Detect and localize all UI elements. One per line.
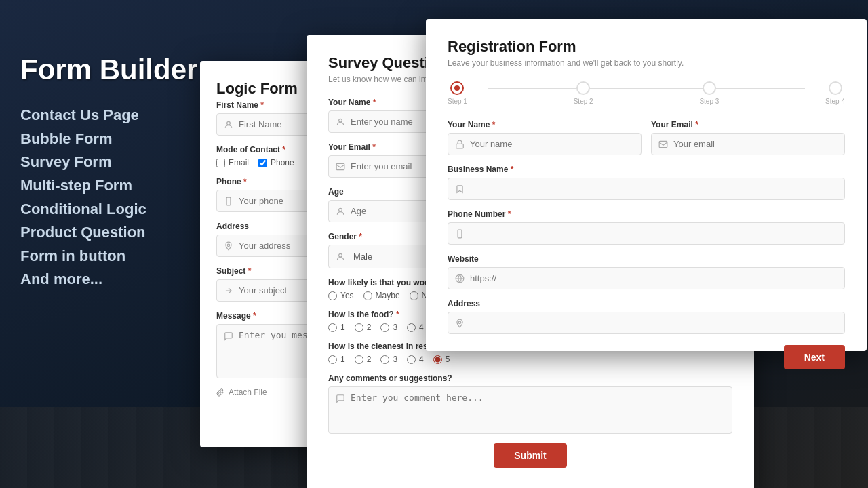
arrow-right-icon [224, 286, 233, 296]
food-1[interactable]: 1 [328, 323, 345, 332]
main-title: Form Builder [20, 54, 197, 85]
reg-name-label: Your Name * [448, 120, 642, 129]
lock-icon-name [455, 140, 465, 149]
email-icon-survey [336, 162, 345, 171]
menu-item-bubble: Bubble Form [20, 129, 197, 149]
phone-number-field: Phone Number * [448, 209, 845, 245]
reg-name-input[interactable] [470, 139, 634, 149]
comments-field: Any comments or suggestions? [328, 373, 732, 434]
menu-item-multistep: Multi-step Form [20, 176, 197, 196]
svg-rect-9 [458, 230, 462, 238]
survey-submit-row: Submit [328, 443, 732, 468]
svg-point-5 [339, 208, 342, 211]
reg-email-field: Your Email * [651, 120, 845, 155]
reg-address-input[interactable] [470, 318, 837, 328]
business-name-field: Business Name * [448, 165, 845, 200]
website-label: Website [448, 254, 845, 264]
phone-number-label: Phone Number * [448, 209, 845, 219]
email-icon-reg [658, 140, 668, 149]
user-age-icon [336, 207, 345, 216]
globe-icon [455, 274, 465, 283]
step-2: Step 2 [574, 81, 593, 105]
email-checkbox[interactable]: Email [216, 158, 249, 167]
address-icon [224, 241, 233, 251]
phone-number-input-wrap[interactable] [448, 222, 845, 245]
menu-item-contact: Contact Us Page [20, 106, 197, 125]
cleanest-4[interactable]: 4 [407, 354, 424, 364]
reg-name-email-row: Your Name * Your Email * [448, 120, 845, 165]
menu-item-more: And more... [20, 270, 197, 289]
reg-next-row: Next [448, 345, 845, 369]
step-2-label: Step 2 [574, 98, 593, 105]
phone-number-input[interactable] [470, 228, 837, 239]
comments-input-wrap[interactable] [328, 386, 732, 434]
menu-item-survey: Survey Form [20, 152, 197, 172]
step-1: Step 1 [448, 81, 467, 105]
svg-rect-7 [456, 144, 464, 148]
comment-icon [336, 394, 345, 403]
cleanest-3[interactable]: 3 [380, 354, 397, 364]
step-4: Step 4 [825, 81, 845, 105]
website-field: Website [448, 254, 845, 289]
menu-item-conditional: Conditional Logic [20, 200, 197, 220]
svg-rect-4 [336, 163, 344, 169]
website-input[interactable] [470, 273, 837, 283]
svg-point-2 [227, 244, 230, 247]
step-4-circle [829, 81, 842, 95]
reg-address-label: Address [448, 299, 845, 308]
phone-checkbox[interactable]: Phone [258, 158, 294, 167]
svg-point-11 [458, 321, 461, 324]
left-panel: Form Builder Contact Us Page Bubble Form… [20, 54, 197, 293]
recommend-yes[interactable]: Yes [328, 291, 354, 300]
food-2[interactable]: 2 [355, 323, 372, 332]
reg-address-field: Address [448, 299, 845, 334]
step-3-circle [703, 81, 716, 95]
step-2-circle [576, 81, 590, 95]
svg-rect-1 [226, 197, 231, 205]
reg-form-subtitle: Leave your business information and we'l… [448, 58, 845, 68]
reg-email-input[interactable] [673, 139, 837, 149]
reg-email-input-wrap[interactable] [651, 133, 845, 155]
phone-reg-icon [455, 229, 465, 239]
svg-point-6 [339, 253, 342, 257]
business-name-input[interactable] [470, 184, 837, 194]
phone-icon [224, 197, 233, 206]
business-name-input-wrap[interactable] [448, 178, 845, 200]
paperclip-icon [216, 388, 224, 396]
survey-submit-button[interactable]: Submit [494, 443, 566, 468]
step-4-label: Step 4 [825, 98, 845, 105]
next-button[interactable]: Next [784, 345, 845, 369]
step-1-circle [450, 81, 464, 95]
svg-rect-8 [659, 141, 667, 147]
gender-icon [336, 252, 345, 262]
menu-item-product: Product Question [20, 223, 197, 243]
bookmark-icon [455, 184, 465, 194]
food-4[interactable]: 4 [407, 323, 424, 332]
message-icon [224, 331, 233, 341]
website-input-wrap[interactable] [448, 267, 845, 289]
menu-list: Contact Us Page Bubble Form Survey Form … [20, 106, 197, 289]
step-3-label: Step 3 [699, 98, 719, 105]
reg-address-input-wrap[interactable] [448, 312, 845, 334]
reg-email-label: Your Email * [651, 120, 845, 129]
reg-form-title: Registration Form [448, 38, 845, 56]
reg-form-card: Registration Form Leave your business in… [426, 19, 867, 351]
recommend-maybe[interactable]: Maybe [363, 291, 400, 300]
cleanest-2[interactable]: 2 [355, 354, 372, 364]
comments-label: Any comments or suggestions? [328, 373, 732, 383]
reg-name-field: Your Name * [448, 120, 642, 155]
attach-file-label: Attach File [229, 388, 267, 397]
cleanest-1[interactable]: 1 [328, 354, 345, 364]
business-name-label: Business Name * [448, 165, 845, 174]
reg-name-input-wrap[interactable] [448, 133, 642, 155]
address-reg-icon [455, 319, 465, 328]
menu-item-forminbutton: Form in button [20, 247, 197, 266]
comments-textarea[interactable] [351, 392, 725, 423]
user-icon [224, 120, 233, 129]
step-3: Step 3 [699, 81, 719, 105]
step-bar: Step 1 Step 2 Step 3 Step 4 [448, 81, 845, 105]
food-3[interactable]: 3 [380, 323, 397, 332]
svg-point-0 [227, 121, 231, 125]
user-icon-survey [336, 117, 345, 127]
svg-point-3 [339, 119, 342, 122]
